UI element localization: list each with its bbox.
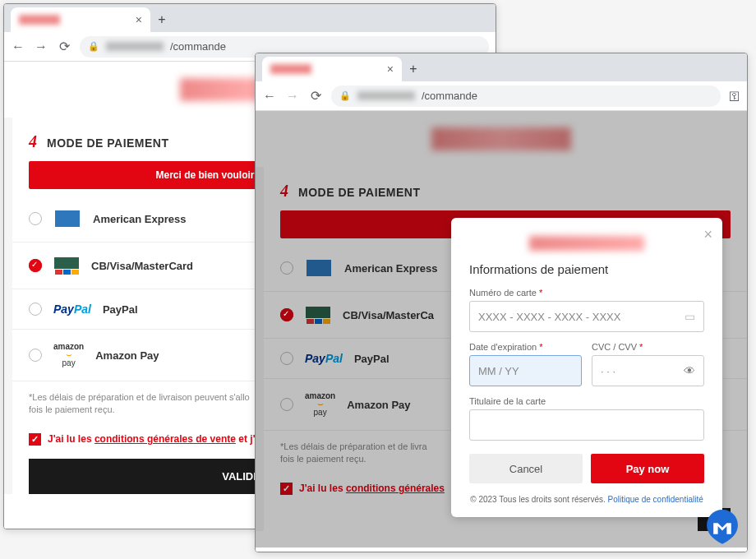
cardholder-label: Titulaire de la carte (469, 396, 704, 406)
browser-tab[interactable]: × (262, 57, 402, 81)
cancel-button[interactable]: Cancel (469, 454, 583, 483)
malwarebytes-logo-icon (700, 503, 744, 547)
url-path: /commande (422, 90, 477, 102)
privacy-link[interactable]: Politique de confidentialité (608, 495, 703, 504)
pay-now-button[interactable]: Pay now (591, 454, 704, 483)
cvv-label: CVC / CVV * (592, 342, 704, 352)
tos-text: J'ai lu les conditions générales de vent… (48, 433, 275, 445)
reload-icon[interactable]: ⟳ (57, 39, 71, 54)
tab-title-redacted (19, 15, 60, 25)
modal-brand-redacted (529, 236, 644, 251)
password-key-icon[interactable]: ⚿ (729, 90, 740, 103)
close-tab-icon[interactable]: × (387, 62, 394, 76)
radio-icon[interactable] (29, 349, 42, 362)
url-host-redacted (106, 42, 164, 51)
tab-bar: × + (4, 4, 496, 32)
close-icon[interactable]: × (703, 226, 712, 243)
payment-option-label: American Express (93, 213, 186, 225)
forward-icon: → (285, 89, 300, 104)
new-tab-button[interactable]: + (150, 12, 173, 32)
card-number-input[interactable]: XXXX - XXXX - XXXX - XXXX ▭ (469, 301, 704, 332)
address-bar: ← → ⟳ 🔒 /commande ⚿ (256, 81, 747, 111)
modal-footer: © 2023 Tous les droits sont réservés. Po… (469, 495, 704, 504)
payment-option-label: Amazon Pay (95, 349, 159, 362)
modal-title: Informations de paiement (469, 262, 704, 276)
radio-icon-selected[interactable] (29, 259, 42, 272)
url-host-redacted (357, 91, 415, 100)
close-tab-icon[interactable]: × (136, 13, 142, 26)
tos-link[interactable]: conditions générales de vente (94, 433, 236, 445)
checkbox-checked-icon[interactable]: ✓ (29, 433, 41, 446)
expiry-label: Date d'expiration * (469, 342, 582, 352)
forward-icon[interactable]: → (34, 39, 48, 54)
cardholder-input[interactable] (469, 409, 704, 441)
visibility-toggle-icon[interactable]: 👁 (684, 364, 695, 377)
payment-option-label: PayPal (103, 303, 138, 316)
browser-tab[interactable]: × (11, 7, 150, 32)
url-input[interactable]: 🔒 /commande (331, 85, 721, 107)
tab-bar: × + (256, 53, 747, 81)
step-number: 4 (29, 132, 37, 151)
lock-icon: 🔒 (88, 41, 99, 52)
amex-icon (53, 209, 81, 229)
browser-window-front: × + ← → ⟳ 🔒 /commande ⚿ 4 MODE DE PAIEME… (255, 53, 748, 552)
reload-icon[interactable]: ⟳ (308, 88, 323, 104)
radio-icon[interactable] (29, 212, 42, 225)
section-title: MODE DE PAIEMENT (47, 136, 169, 150)
cvv-input[interactable]: · · · 👁 (592, 355, 704, 386)
tab-title-redacted (270, 64, 311, 74)
cb-icon (53, 256, 80, 275)
back-icon[interactable]: ← (11, 39, 25, 54)
back-icon[interactable]: ← (262, 89, 277, 104)
lock-icon: 🔒 (339, 90, 351, 101)
paypal-icon: PayPal (53, 303, 91, 316)
payment-modal: × Informations de paiement Numéro de car… (451, 218, 722, 517)
expiry-input[interactable]: MM / YY (469, 355, 582, 386)
new-tab-button[interactable]: + (402, 62, 425, 81)
amazon-pay-icon: amazon⌣pay (53, 343, 84, 367)
payment-option-label: CB/Visa/MasterCard (91, 260, 193, 272)
radio-icon[interactable] (29, 303, 42, 316)
card-number-label: Numéro de carte * (469, 288, 704, 298)
credit-card-icon: ▭ (685, 310, 695, 323)
url-path: /commande (170, 40, 226, 53)
